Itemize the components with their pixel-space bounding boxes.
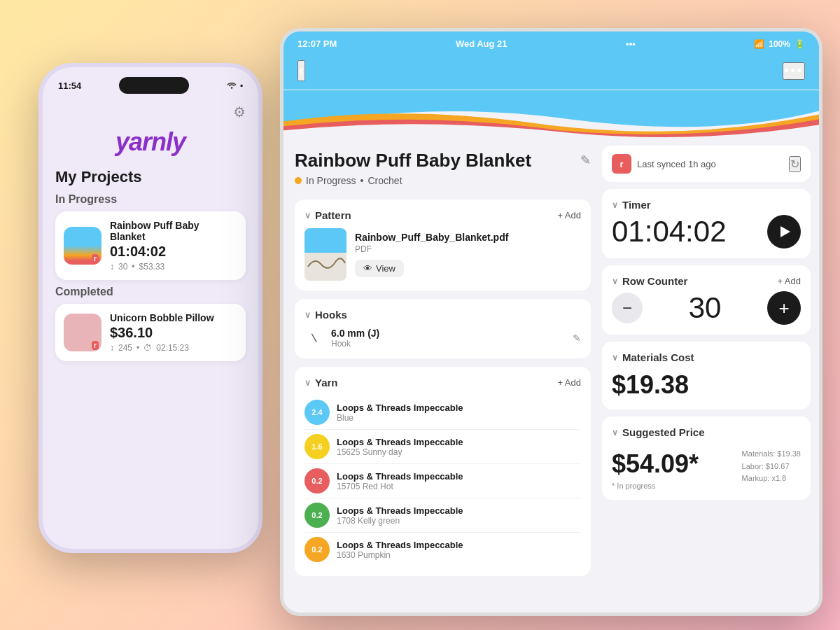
hook-size: 6.0 mm (J) [331,328,379,339]
rainbow-blanket-card[interactable]: Rainbow Puff Baby Blanket 01:04:02 ↕ 30 … [55,211,246,280]
yarn-chevron-icon[interactable]: ∨ [304,378,311,388]
timer-display: 01:04:02 [612,215,801,248]
project-type: Crochet [368,175,402,186]
yarn-add-button[interactable]: + Add [557,377,581,388]
pattern-item: Rainbow_Puff_Baby_Blanket.pdf PDF 👁 View [304,228,581,281]
yarn-item-1[interactable]: 1.6 Loops & Threads Impeccable 15625 Sun… [304,430,581,464]
pillow-row-icon: ↕ [110,343,114,353]
sync-left: r Last synced 1h ago [612,154,716,174]
pattern-filename: Rainbow_Puff_Baby_Blanket.pdf [355,232,581,243]
timer-value-text: 01:04:02 [612,215,727,248]
suggested-chevron-icon[interactable]: ∨ [612,428,618,438]
tablet-battery: 100% [769,39,790,49]
cost-value: $19.38 [612,370,801,400]
hook-type: Hook [331,339,379,349]
phone-device: 11:54 ▪ ⚙ yarnly My Projects In Progress… [38,63,262,553]
wave-decoration [284,90,819,139]
row-counter-header: ∨ Row Counter + Add [612,275,801,287]
yarn-item-2[interactable]: 0.2 Loops & Threads Impeccable 15705 Red… [304,464,581,498]
more-button[interactable]: ••• [783,62,805,80]
yarn-item-3[interactable]: 0.2 Loops & Threads Impeccable 1708 Kell… [304,498,581,533]
project-edit-button[interactable]: ✎ [580,153,591,168]
tablet-time: 12:07 PM [298,38,337,49]
wave-svg [284,90,819,139]
hook-edit-button[interactable]: ✎ [573,332,581,344]
view-pattern-button[interactable]: 👁 View [355,260,404,277]
phone-notch [119,77,189,94]
pillow-meta: ↕ 245 • ⏱ 02:15:23 [110,343,237,353]
price-breakdown: Materials: $19.38 Labor: $10.67 Markup: … [742,448,801,485]
view-label: View [376,263,396,274]
pattern-add-button[interactable]: + Add [557,210,581,220]
timer-play-button[interactable] [767,215,801,248]
sync-refresh-button[interactable]: ↻ [789,156,801,172]
settings-gear-icon[interactable]: ⚙ [55,104,246,120]
rainbow-blanket-name: Rainbow Puff Baby Blanket [110,220,237,242]
yarn-list: 2.4 Loops & Threads Impeccable Blue 1.6 … [304,396,581,566]
separator: • [132,262,134,272]
row-count-value: 30 [118,262,127,272]
pattern-filetype: PDF [355,244,581,254]
back-button[interactable]: ‹ [298,60,305,81]
pattern-thumbnail [304,228,346,281]
pattern-thumb-wave [304,253,346,281]
hook-info: / 6.0 mm (J) Hook [304,328,379,349]
pattern-label: Pattern [315,209,351,221]
pillow-name: Unicorn Bobble Pillow [110,312,237,323]
tablet-status-bar: 12:07 PM Wed Aug 21 ••• 📶 100% 🔋 [284,31,819,55]
pattern-chevron-icon[interactable]: ∨ [304,211,311,220]
counter-minus-button[interactable]: − [612,293,643,323]
hook-icon: / [300,324,328,352]
my-projects-title: My Projects [55,168,246,186]
pattern-header: ∨ Pattern + Add [304,209,581,221]
timer-header: ∨ Timer [612,199,801,211]
hooks-title: ∨ Hooks [304,309,347,321]
pillow-row-count: 245 [118,343,132,353]
counter-plus-button[interactable]: + [767,291,801,325]
row-counter-add-button[interactable]: + Add [777,276,801,286]
tablet-status-right: 📶 100% 🔋 [754,39,805,49]
yarn-item-0[interactable]: 2.4 Loops & Threads Impeccable Blue [304,396,581,430]
tablet-wifi-icon: 📶 [754,39,764,49]
materials-chevron-icon[interactable]: ∨ [612,353,618,363]
yarn-section: ∨ Yarn + Add 2.4 Loops & Threads Impecca… [295,367,591,576]
tablet-nav-bar: ‹ ••• [284,55,819,90]
yarn-badge-2: 0.2 [304,468,330,493]
hook-details: 6.0 mm (J) Hook [331,328,379,349]
hooks-chevron-icon[interactable]: ∨ [304,310,311,320]
pillow-thumb [64,314,102,351]
markup-breakdown: Markup: x1.8 [742,472,801,485]
yarn-color-1: 15625 Sunny day [337,447,581,457]
yarn-color-4: 1630 Pumpkin [337,550,581,560]
suggested-price-title: ∨ Suggested Price [612,426,705,438]
rainbow-thumb-image [64,227,102,265]
row-counter-card: ∨ Row Counter + Add − 30 + [602,265,811,335]
pattern-info: Rainbow_Puff_Baby_Blanket.pdf PDF 👁 View [355,232,581,277]
yarn-name-2: Loops & Threads Impeccable [337,471,581,482]
tablet-battery-icon: 🔋 [794,39,805,49]
pattern-thumb-blue [304,228,346,253]
row-counter-chevron-icon[interactable]: ∨ [612,276,618,286]
sync-card: r Last synced 1h ago ↻ [602,146,811,182]
hooks-section: ∨ Hooks / 6.0 mm (J) Hook ✎ [295,299,591,358]
sync-app-icon: r [612,154,631,174]
tablet-dots: ••• [626,38,636,49]
materials-cost-header: ∨ Materials Cost [612,351,801,363]
yarn-name-1: Loops & Threads Impeccable [337,437,581,447]
yarn-color-0: Blue [337,413,581,423]
yarn-label: Yarn [315,377,338,388]
yarn-info-1: Loops & Threads Impeccable 15625 Sunny d… [337,437,581,457]
project-title: Rainbow Puff Baby Blanket [295,150,531,172]
yarn-badge-4: 0.2 [304,537,330,562]
yarn-info-3: Loops & Threads Impeccable 1708 Kelly gr… [337,505,581,526]
yarn-item-4[interactable]: 0.2 Loops & Threads Impeccable 1630 Pump… [304,533,581,566]
rainbow-blanket-thumb [64,227,102,265]
row-count-icon: ↕ [110,262,114,272]
timer-chevron-icon[interactable]: ∨ [612,200,618,210]
cost-value: $53.33 [139,262,165,272]
timer-label: Timer [622,199,651,211]
tablet-date: Wed Aug 21 [456,38,507,49]
pillow-card[interactable]: Unicorn Bobble Pillow $36.10 ↕ 245 • ⏱ 0… [55,304,246,361]
in-progress-label: In Progress [55,193,246,206]
pattern-wave-icon [304,253,346,274]
